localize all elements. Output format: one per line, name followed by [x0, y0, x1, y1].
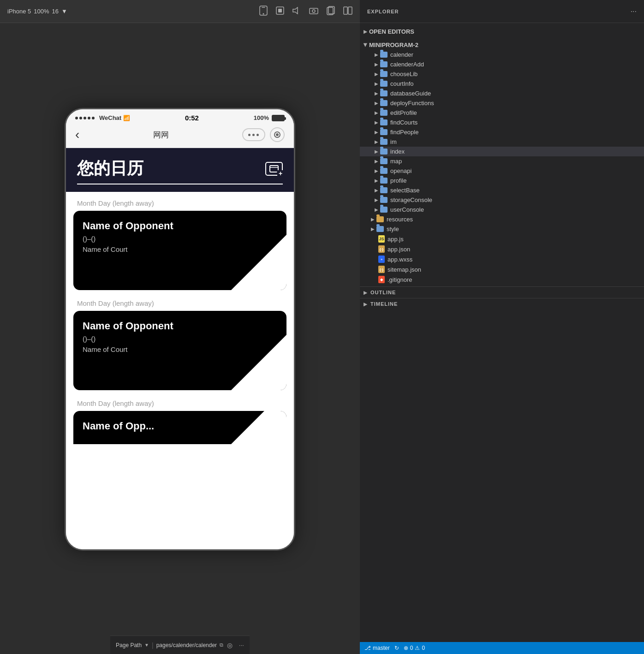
databaseguide-inner: databaseGuide — [380, 90, 431, 97]
dropdown-arrow[interactable]: ▼ — [61, 8, 67, 15]
copy-simulator-icon[interactable] — [327, 6, 335, 17]
page-title-row: 您的日历 + — [77, 157, 283, 180]
eye-icon[interactable]: ◎ — [227, 642, 233, 649]
volume-icon[interactable] — [292, 7, 301, 16]
sync-section[interactable]: ↻ — [394, 645, 399, 651]
error-section[interactable]: ⊗ 0 ⚠ 0 — [404, 645, 425, 651]
match-card-2[interactable]: Name of Opponent ()–() Name of Court — [73, 311, 286, 390]
match-card-3[interactable]: Name of Opp... — [73, 411, 286, 444]
folder-resources[interactable]: ▶ resources — [360, 214, 644, 224]
calender-arrow: ▶ — [375, 52, 378, 57]
deployfunctions-arrow: ▶ — [375, 101, 378, 106]
file-gitignore[interactable]: ◆ .gitignore — [360, 274, 644, 285]
zoom-label: 100% — [34, 8, 49, 15]
openapi-arrow: ▶ — [375, 168, 378, 173]
map-arrow: ▶ — [375, 159, 378, 164]
folder-storageconsole[interactable]: ▶ storageConsole — [360, 195, 644, 205]
deployfunctions-label: deployFunctions — [390, 100, 434, 107]
file-sitemapjson[interactable]: {·} sitemap.json — [360, 264, 644, 274]
page-path-dropdown[interactable]: ▼ — [144, 642, 149, 648]
im-label: im — [390, 138, 397, 145]
index-label: index — [390, 148, 405, 155]
index-folder-icon — [380, 149, 388, 155]
json-file-icon-2: {·} — [378, 266, 385, 273]
nav-more-button[interactable] — [242, 128, 265, 141]
folder-calender[interactable]: ▶ calender — [360, 50, 644, 59]
outline-header[interactable]: ▶ OUTLINE — [360, 287, 644, 298]
appwxss-label: app.wxss — [388, 256, 412, 263]
folder-userconsole[interactable]: ▶ userConsole — [360, 205, 644, 214]
rotate-icon[interactable] — [309, 7, 318, 16]
map-inner: map — [380, 158, 402, 165]
stop-icon[interactable] — [276, 6, 284, 17]
sitemapjson-label: sitemap.json — [388, 266, 421, 273]
storageconsole-label: storageConsole — [390, 196, 432, 203]
file-appjson[interactable]: {·} app.json — [360, 244, 644, 254]
gitignore-inner: ◆ .gitignore — [378, 276, 412, 283]
folder-index[interactable]: ▶ index — [360, 147, 644, 156]
outline-label: OUTLINE — [370, 290, 396, 295]
folder-chooselib[interactable]: ▶ chooseLib — [360, 69, 644, 79]
folder-databaseguide[interactable]: ▶ databaseGuide — [360, 89, 644, 98]
page-path-label: Page Path — [116, 642, 142, 648]
folder-selectbase[interactable]: ▶ selectBase — [360, 185, 644, 195]
databaseguide-folder-icon — [380, 90, 388, 96]
style-arrow: ▶ — [371, 226, 375, 232]
add-button-plus: + — [277, 170, 284, 177]
databaseguide-arrow: ▶ — [375, 91, 378, 96]
sitemapjson-inner: {·} sitemap.json — [378, 266, 421, 273]
open-editors-header[interactable]: ▶ OPEN EDITORS — [360, 27, 644, 36]
file-appwxss[interactable]: ≡ app.wxss — [360, 254, 644, 264]
im-inner: im — [380, 138, 397, 145]
timeline-label: TIMELINE — [370, 301, 398, 307]
svg-point-7 — [312, 10, 315, 12]
folder-style[interactable]: ▶ style — [360, 224, 644, 234]
signal-dot-3 — [83, 117, 86, 119]
page-path-value: pages/calender/calender — [156, 642, 217, 648]
timeline-header[interactable]: ▶ TIMELINE — [360, 298, 644, 309]
findpeople-folder-icon — [380, 129, 388, 135]
branch-icon: ⎇ — [364, 645, 371, 651]
top-toolbar: iPhone 5 100% 16 ▼ — [0, 0, 360, 23]
folder-map[interactable]: ▶ map — [360, 156, 644, 166]
selectbase-arrow: ▶ — [375, 188, 378, 193]
file-appjs[interactable]: JS app.js — [360, 234, 644, 244]
back-button[interactable]: ‹ — [75, 128, 79, 141]
folder-findcourts[interactable]: ▶ findCourts — [360, 118, 644, 127]
folder-calenderadd[interactable]: ▶ calenderAdd — [360, 59, 644, 69]
score-1: ()–() — [83, 235, 277, 243]
nav-title: 网网 — [153, 130, 169, 140]
selectbase-folder-icon — [380, 187, 388, 193]
project-header[interactable]: ▶ MINIPROGRAM-2 — [360, 40, 644, 50]
index-arrow: ▶ — [375, 149, 378, 154]
folder-deployfunctions[interactable]: ▶ deployFunctions — [360, 98, 644, 108]
page-content: 您的日历 + Month — [66, 148, 294, 549]
chooselib-arrow: ▶ — [375, 71, 378, 77]
git-file-icon: ◆ — [378, 276, 385, 283]
phone-container: WeChat 📶 0:52 100% ‹ 网网 — [55, 23, 304, 636]
folder-courtinfo[interactable]: ▶ courtInfo — [360, 79, 644, 89]
im-folder-icon — [380, 139, 388, 145]
dot3 — [256, 134, 259, 136]
match-card-1[interactable]: Name of Opponent ()–() Name of Court — [73, 211, 286, 290]
nav-record-button[interactable] — [270, 127, 285, 142]
dot2 — [252, 134, 255, 136]
card-spacer-2 — [83, 353, 277, 381]
style-label: style — [387, 226, 399, 232]
findpeople-label: findPeople — [390, 129, 418, 136]
page-path-section: Page Path ▼ | pages/calender/calender ⧉ — [116, 642, 223, 649]
folder-openapi[interactable]: ▶ openapi — [360, 166, 644, 176]
svg-rect-4 — [278, 9, 282, 12]
split-icon[interactable] — [343, 6, 352, 17]
folder-im[interactable]: ▶ im — [360, 137, 644, 147]
folder-editprofile[interactable]: ▶ editProfile — [360, 108, 644, 118]
bottom-more-icon[interactable]: ··· — [239, 642, 244, 648]
add-calendar-button[interactable]: + — [265, 162, 283, 176]
phone-icon[interactable] — [259, 6, 268, 18]
folder-findpeople[interactable]: ▶ findPeople — [360, 127, 644, 137]
folder-profile[interactable]: ▶ profile — [360, 176, 644, 185]
copy-path-icon[interactable]: ⧉ — [220, 642, 223, 648]
explorer-more-icon[interactable]: ··· — [631, 7, 637, 16]
branch-section[interactable]: ⎇ master — [364, 645, 390, 651]
signal-dot-5 — [92, 117, 95, 119]
